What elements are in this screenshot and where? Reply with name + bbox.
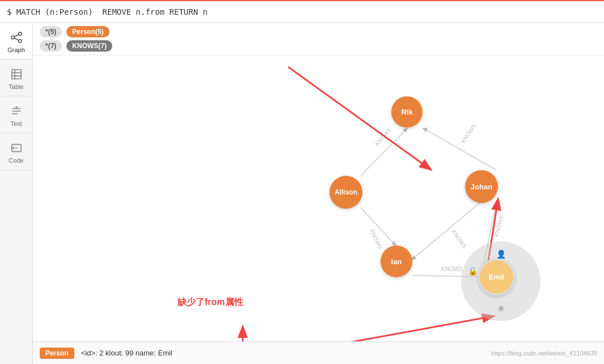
query-bar — [0, 0, 604, 23]
sidebar-code-label: Code — [9, 157, 23, 164]
text-icon — [10, 104, 23, 118]
svg-line-17 — [361, 208, 396, 246]
status-info: <id>: 2 klout: 99 name: Emil — [81, 349, 172, 357]
svg-text:KNOWS: KNOWS — [493, 215, 504, 238]
sidebar-graph-label: Graph — [7, 46, 25, 53]
tag-bar: *(5) Person(5) *(7) KNOWS(7) — [33, 23, 604, 56]
main-layout: Graph Table — [0, 23, 604, 364]
node-johan-label: Johan — [471, 183, 492, 191]
node-rik-label: Rik — [401, 108, 412, 116]
status-tag: Person — [40, 348, 74, 359]
svg-text:KNOWS: KNOWS — [374, 126, 392, 147]
tag-row-2: *(7) KNOWS(7) — [40, 40, 597, 52]
sidebar-text-label: Text — [10, 120, 22, 127]
table-icon — [10, 67, 23, 81]
node-allison-label: Allison — [335, 188, 357, 196]
node-johan[interactable]: Johan — [465, 170, 498, 203]
emil-container: 🔒 👤 ✳ Emil — [461, 242, 540, 321]
status-url: https://blog.csdn.net/weixin_41104635 — [491, 350, 597, 357]
svg-rect-5 — [11, 70, 21, 79]
svg-point-1 — [18, 32, 21, 36]
node-allison[interactable]: Allison — [330, 176, 362, 209]
query-input[interactable] — [7, 7, 597, 16]
status-bar: Person <id>: 2 klout: 99 name: Emil http… — [33, 341, 604, 364]
graph-canvas[interactable]: KNOWS KNOWS KNOWS KNOWS KNOWS KNOWS — [33, 56, 604, 341]
graph-icon — [10, 31, 23, 44]
code-icon — [10, 141, 23, 155]
svg-line-4 — [14, 38, 18, 40]
svg-text:KNOWS: KNOWS — [460, 123, 478, 145]
node-ian[interactable]: Ian — [381, 246, 412, 277]
radial-connect-icon[interactable]: ✳ — [493, 300, 509, 316]
svg-text:KNOWS: KNOWS — [369, 228, 383, 250]
node-emil[interactable]: Emil — [478, 259, 515, 295]
svg-point-0 — [11, 36, 14, 39]
svg-line-16 — [361, 128, 407, 176]
node-ian-label: Ian — [391, 257, 402, 266]
sidebar: Graph Table — [0, 23, 33, 364]
tag-person[interactable]: Person(5) — [66, 26, 109, 37]
svg-line-15 — [423, 128, 496, 170]
tag-knows[interactable]: KNOWS(7) — [66, 40, 112, 52]
annotation-text: 缺少了from属性 — [178, 297, 243, 308]
svg-text:KNOWS: KNOWS — [441, 266, 463, 272]
sidebar-item-table[interactable]: Table — [0, 60, 32, 96]
sidebar-table-label: Table — [9, 83, 23, 90]
sidebar-item-text[interactable]: Text — [0, 96, 32, 133]
tag-all-edges[interactable]: *(7) — [40, 40, 62, 52]
sidebar-item-graph[interactable]: Graph — [0, 23, 32, 60]
node-rik[interactable]: Rik — [391, 96, 423, 128]
tag-row-1: *(5) Person(5) — [40, 26, 597, 37]
tag-all-nodes[interactable]: *(5) — [40, 26, 62, 37]
content-area: *(5) Person(5) *(7) KNOWS(7) — [33, 23, 604, 364]
sidebar-item-code[interactable]: Code — [0, 133, 32, 170]
svg-point-2 — [18, 40, 21, 43]
node-emil-label: Emil — [489, 273, 504, 281]
svg-line-3 — [14, 35, 18, 37]
